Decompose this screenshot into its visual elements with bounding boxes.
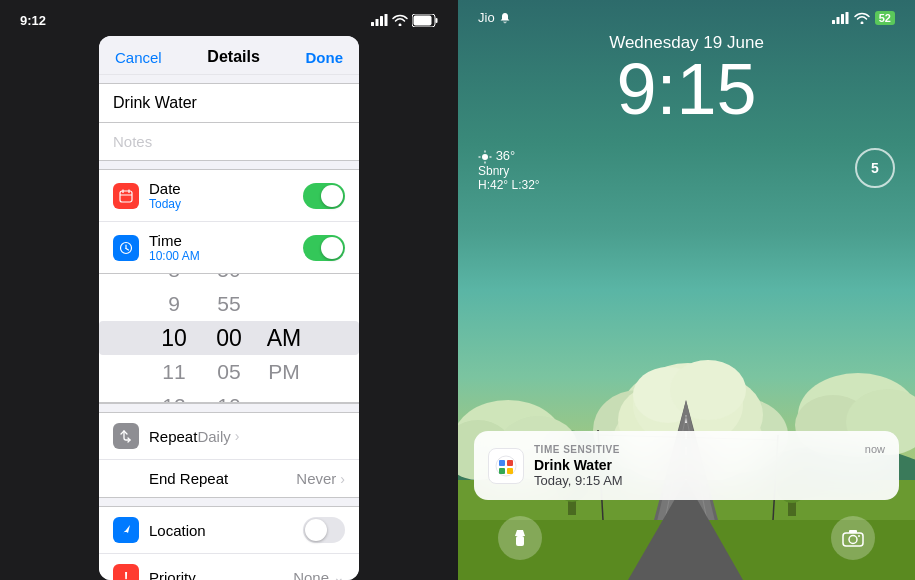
date-row: Date Today <box>99 170 359 221</box>
location-priority-section: Location ! Priority None ⌄ <box>99 506 359 580</box>
right-wifi-icon <box>854 12 870 24</box>
period-empty2 <box>257 273 312 287</box>
period-pm: PM <box>257 355 312 389</box>
carrier-name: Jio <box>478 10 495 25</box>
svg-rect-5 <box>436 18 438 23</box>
title-section: Drink Water Notes <box>99 83 359 161</box>
lockscreen-time: 9:15 <box>616 53 756 125</box>
battery-percent: 52 <box>875 11 895 25</box>
notif-header: TIME SENSITIVE now <box>534 443 885 455</box>
sun-icon <box>478 150 492 164</box>
nav-bar: Cancel Details Done <box>99 36 359 75</box>
camera-icon <box>842 529 864 547</box>
end-repeat-value: Never <box>296 470 336 487</box>
left-time: 9:12 <box>20 13 46 28</box>
weather-temp: 36° <box>478 148 540 164</box>
repeat-section: Repeat Daily › End Repeat Never › <box>99 412 359 498</box>
notif-subtitle: Today, 9:15 AM <box>534 473 885 488</box>
svg-rect-6 <box>414 15 432 25</box>
location-toggle[interactable] <box>303 517 345 543</box>
date-label: Date Today <box>149 180 303 211</box>
flashlight-icon <box>510 528 530 548</box>
svg-rect-18 <box>832 20 835 24</box>
notif-content: TIME SENSITIVE now Drink Water Today, 9:… <box>534 443 885 488</box>
minutes-column[interactable]: 45 50 55 00 05 10 15 <box>202 273 257 403</box>
repeat-arrow-icon <box>119 429 133 443</box>
cancel-button[interactable]: Cancel <box>115 49 162 66</box>
priority-row[interactable]: ! Priority None ⌄ <box>99 553 359 580</box>
wifi-icon <box>392 14 408 26</box>
svg-rect-2 <box>380 16 383 26</box>
date-toggle[interactable] <box>303 183 345 209</box>
right-phone: Jio 52 <box>458 0 915 580</box>
hour-12: 12 <box>147 389 202 403</box>
svg-rect-3 <box>385 14 388 26</box>
notification-bell-icon <box>499 12 511 24</box>
weather-widget: 36° Sbnry H:42° L:32° <box>478 148 540 192</box>
svg-rect-20 <box>841 14 844 24</box>
svg-rect-7 <box>120 191 132 202</box>
done-button[interactable]: Done <box>305 49 343 66</box>
notif-time: now <box>865 443 885 455</box>
svg-point-72 <box>858 535 860 537</box>
calendar-icon <box>119 189 133 203</box>
time-label: Time 10:00 AM <box>149 232 303 263</box>
end-repeat-chevron: › <box>340 471 345 487</box>
repeat-icon <box>113 423 139 449</box>
camera-button[interactable] <box>831 516 875 560</box>
reminders-icon <box>492 452 520 480</box>
phone-screen: Cancel Details Done Drink Water Notes <box>99 36 359 580</box>
min-05: 05 <box>202 355 257 389</box>
priority-chevron: ⌄ <box>333 569 345 580</box>
location-icon <box>113 517 139 543</box>
svg-point-22 <box>482 154 488 160</box>
hour-10-selected: 10 <box>147 321 202 355</box>
date-time-section: Date Today Time 10:00 AM <box>99 169 359 404</box>
right-signal-icon <box>832 12 849 24</box>
hour-11: 11 <box>147 355 202 389</box>
repeat-value: Daily <box>197 428 230 445</box>
hour-8: 8 <box>147 273 202 287</box>
period-empty4 <box>257 389 312 403</box>
period-column[interactable]: AM PM <box>257 273 312 403</box>
svg-rect-1 <box>376 19 379 26</box>
weather-location: Sbnry <box>478 164 540 178</box>
min-55: 55 <box>202 287 257 321</box>
svg-rect-64 <box>499 468 505 474</box>
reminder-title[interactable]: Drink Water <box>99 84 359 122</box>
priority-icon: ! <box>113 564 139 580</box>
svg-point-70 <box>849 536 857 544</box>
repeat-chevron: › <box>235 428 240 444</box>
flashlight-button[interactable] <box>498 516 542 560</box>
repeat-row[interactable]: Repeat Daily › <box>99 413 359 459</box>
svg-rect-21 <box>845 12 848 24</box>
clock-icon <box>119 241 133 255</box>
time-row: Time 10:00 AM <box>99 221 359 273</box>
min-10: 10 <box>202 389 257 403</box>
weather-range: H:42° L:32° <box>478 178 540 192</box>
notif-app-icon <box>488 448 524 484</box>
time-toggle[interactable] <box>303 235 345 261</box>
location-row[interactable]: Location <box>99 507 359 553</box>
hour-9: 9 <box>147 287 202 321</box>
notif-type: TIME SENSITIVE <box>534 444 620 455</box>
right-status-bar: Jio 52 <box>458 0 915 25</box>
left-phone: 9:12 Cancel Details <box>0 0 458 580</box>
lockscreen-bottom-dock <box>458 516 915 560</box>
timer-widget[interactable]: 5 <box>855 148 895 188</box>
svg-rect-62 <box>499 460 505 466</box>
location-arrow-icon <box>120 523 132 537</box>
left-status-bar: 9:12 <box>0 0 458 32</box>
hours-column[interactable]: 7 8 9 10 11 12 1 <box>147 273 202 403</box>
notes-placeholder[interactable]: Notes <box>99 122 359 160</box>
svg-line-13 <box>126 248 129 250</box>
priority-value: None <box>293 569 329 581</box>
right-status-icons: 52 <box>832 11 895 25</box>
svg-rect-0 <box>371 22 374 26</box>
end-repeat-row[interactable]: End Repeat Never › <box>99 459 359 497</box>
time-picker[interactable]: 7 8 9 10 11 12 1 45 50 55 00 05 10 15 <box>99 273 359 403</box>
lockscreen: Jio 52 <box>458 0 915 580</box>
svg-point-38 <box>670 360 746 420</box>
left-status-icons <box>371 14 438 27</box>
battery-icon <box>412 14 438 27</box>
